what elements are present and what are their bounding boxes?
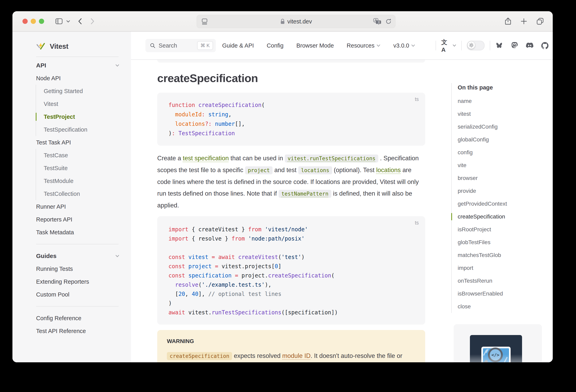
toc-item-vitest[interactable]: vitest [458, 108, 553, 120]
toc-item-import[interactable]: import [458, 262, 553, 274]
sidebar-group-guides[interactable]: Guides [12, 250, 131, 262]
sidebar-group-api[interactable]: API [12, 59, 131, 72]
sidebar-label: Config Reference [36, 315, 82, 322]
code-line: resolve('./example.test.ts'), [169, 280, 417, 289]
toc-item-matchestestglob[interactable]: matchesTestGlob [458, 249, 553, 262]
sidebar-item-task-metadata[interactable]: Task Metadata [12, 226, 131, 239]
github-icon[interactable] [541, 42, 549, 49]
search-icon [150, 43, 155, 48]
on-this-page-toc: On this page namevitestserializedConfigg… [451, 60, 553, 362]
close-window-button[interactable] [23, 19, 28, 24]
toc-item-config[interactable]: config [458, 146, 553, 159]
sidebar-item-node-api[interactable]: Node API [12, 72, 131, 85]
theme-toggle[interactable] [467, 41, 485, 50]
sun-icon [468, 41, 475, 49]
new-tab-icon[interactable] [521, 18, 527, 25]
code-line: locations?: number[], [169, 119, 417, 129]
sidebar-item-reporters-api[interactable]: Reporters API [12, 213, 131, 226]
nav-guide-api[interactable]: Guide & API [222, 42, 254, 49]
sidebar-item-runner-api[interactable]: Runner API [12, 200, 131, 213]
reload-icon[interactable] [385, 18, 392, 25]
sidebar-nav: APINode APIGetting StartedVitestTestProj… [12, 59, 131, 337]
sidebar-item-testcollection[interactable]: TestCollection [36, 187, 131, 200]
sidebar-item-custom-pool[interactable]: Custom Pool [12, 288, 131, 301]
sidebar-divider [36, 244, 118, 244]
sidebar-item-extending-reporters[interactable]: Extending Reporters [12, 275, 131, 288]
toc-item-close[interactable]: close [458, 300, 553, 313]
mastodon-icon[interactable] [511, 42, 518, 49]
sidebar-toggle-icon[interactable] [55, 18, 62, 25]
code-line: const project = vitest.projects[0] [169, 262, 417, 271]
translate-icon[interactable]: 文 [373, 18, 381, 25]
toc-item-getprovidedcontext[interactable]: getProvidedContext [458, 197, 553, 210]
warning-body: createSpecification expects resolved mod… [167, 350, 416, 362]
toc-item-provide[interactable]: provide [458, 184, 553, 197]
vitest-logo-icon [36, 42, 45, 51]
sidebar-item-test-task-api[interactable]: Test Task API [12, 136, 131, 149]
sidebar-label: Node API [36, 75, 61, 82]
sidebar-item-getting-started[interactable]: Getting Started [36, 85, 131, 97]
inline-code-link[interactable]: testNamePattern [279, 190, 331, 198]
inline-link[interactable]: module ID [282, 352, 311, 359]
nav-label: Guide & API [222, 42, 254, 49]
zoom-window-button[interactable] [39, 19, 44, 24]
warning-callout: WARNING createSpecification expects reso… [157, 330, 425, 362]
url-text[interactable]: vitest.dev [288, 18, 312, 25]
discord-icon[interactable] [526, 42, 533, 49]
toc-item-serializedconfig[interactable]: serializedConfig [458, 120, 553, 133]
sponsor-ad-card[interactable]: </> [454, 324, 542, 362]
chevron-down-icon [376, 44, 380, 47]
share-icon[interactable] [505, 17, 511, 25]
previous-code-block-edge [157, 60, 425, 62]
page-title: createSpecification [157, 72, 425, 85]
nav-label: Config [267, 42, 284, 49]
toc-item-ontestsrerun[interactable]: onTestsRerun [458, 274, 553, 287]
translate-language-icon: 文A [441, 38, 451, 53]
nav-browser-mode[interactable]: Browser Mode [296, 42, 334, 49]
language-menu[interactable]: 文A [441, 38, 456, 53]
toc-item-createspecification[interactable]: createSpecification [458, 210, 553, 223]
sidebar-item-testspecification[interactable]: TestSpecification [36, 123, 131, 136]
toc-item-isrootproject[interactable]: isRootProject [458, 223, 553, 236]
toc-item-name[interactable]: name [458, 95, 553, 108]
sidebar-item-testsuite[interactable]: TestSuite [36, 162, 131, 175]
toc-item-browser[interactable]: browser [458, 172, 553, 184]
sidebar-item-testmodule[interactable]: TestModule [36, 175, 131, 187]
sidebar-chevron-icon[interactable] [66, 20, 70, 23]
sidebar-label: Test API Reference [36, 328, 86, 334]
header-separator [436, 41, 436, 50]
forward-button[interactable] [90, 18, 95, 25]
sidebar-label: Runner API [36, 203, 66, 210]
search-input[interactable]: Search ⌘ K [145, 39, 216, 52]
nav-v3-0-0[interactable]: v3.0.0 [393, 42, 415, 49]
sidebar-item-vitest[interactable]: Vitest [36, 97, 131, 110]
sidebar-item-test-api-reference[interactable]: Test API Reference [12, 325, 131, 337]
inline-code: locations [298, 166, 332, 174]
inline-link[interactable]: locations [376, 167, 401, 174]
inline-code: createSpecification [167, 352, 232, 360]
traffic-lights [23, 19, 44, 24]
vitest-logo[interactable]: Vitest [12, 32, 131, 52]
sidebar-subgroup: TestCaseTestSuiteTestModuleTestCollectio… [36, 149, 131, 200]
minimize-window-button[interactable] [31, 19, 36, 24]
nav-config[interactable]: Config [267, 42, 284, 49]
nav-resources[interactable]: Resources [347, 42, 381, 49]
bluesky-icon[interactable] [495, 42, 503, 49]
sidebar-item-running-tests[interactable]: Running Tests [12, 262, 131, 275]
lock-icon [280, 18, 285, 25]
code-block-signature: ts function createSpecification( moduleI… [157, 93, 425, 146]
toc-item-vite[interactable]: vite [458, 159, 553, 172]
toc-item-globtestfiles[interactable]: globTestFiles [458, 236, 553, 249]
safari-window: vitest.dev 文 [12, 11, 553, 362]
sidebar-item-testproject[interactable]: TestProject [36, 110, 131, 123]
sidebar-item-config-reference[interactable]: Config Reference [12, 312, 131, 325]
inline-code-link[interactable]: vitest.runTestSpecifications [285, 154, 378, 162]
toc-item-isbrowserenabled[interactable]: isBrowserEnabled [458, 287, 553, 300]
back-button[interactable] [78, 18, 82, 25]
sidebar-item-testcase[interactable]: TestCase [36, 149, 131, 162]
inline-link[interactable]: test specification [183, 155, 229, 162]
address-bar[interactable]: vitest.dev 文 [197, 15, 396, 28]
code-line: ): TestSpecification [169, 129, 417, 138]
toc-item-globalconfig[interactable]: globalConfig [458, 133, 553, 146]
tab-overview-icon[interactable] [536, 17, 544, 25]
